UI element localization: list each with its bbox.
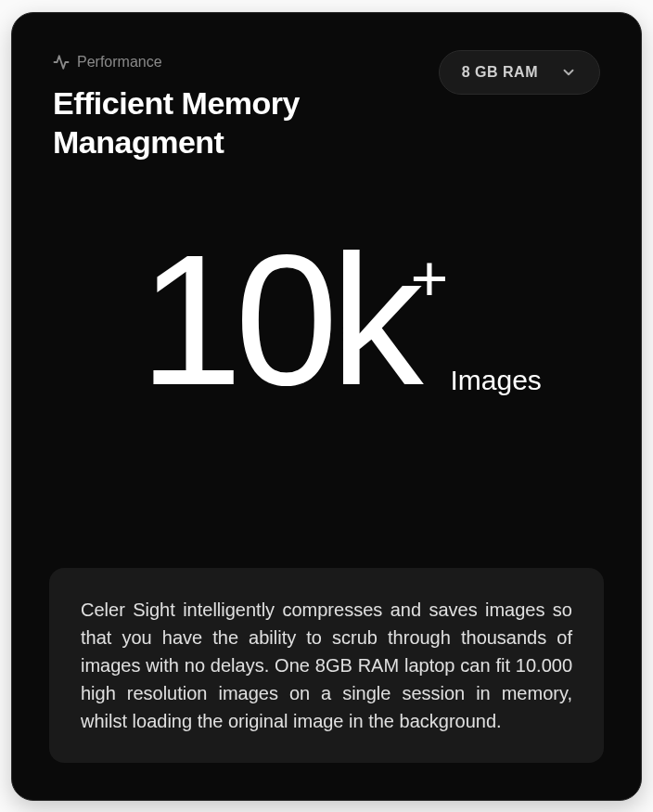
dropdown-selected-label: 8 GB RAM (462, 64, 538, 81)
category-label: Performance (77, 54, 162, 71)
ram-selector-dropdown[interactable]: 8 GB RAM (439, 50, 600, 95)
description-panel: Celer Sight intelligently compresses and… (49, 568, 604, 763)
hero-value: 10k (139, 227, 416, 413)
performance-card: Performance Efficient Memory Managment 8… (11, 12, 642, 801)
activity-icon (53, 54, 70, 71)
header-left: Performance Efficient Memory Managment (53, 54, 439, 162)
hero-unit: Images (450, 365, 541, 396)
hero-suffix: + (411, 241, 449, 316)
category-tag: Performance (53, 54, 439, 71)
hero-metric: 10k + Images (53, 227, 600, 413)
card-header: Performance Efficient Memory Managment 8… (53, 54, 600, 162)
description-text: Celer Sight intelligently compresses and… (81, 596, 572, 735)
chevron-down-icon (560, 64, 577, 81)
card-title: Efficient Memory Managment (53, 84, 439, 162)
